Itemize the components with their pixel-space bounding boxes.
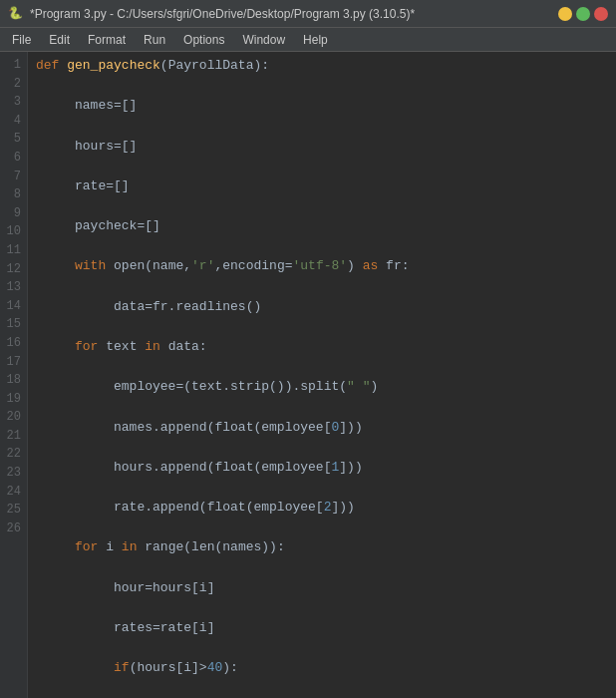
menu-window[interactable]: Window [234,31,293,49]
line-num-13: 13 [0,278,21,297]
line-num-18: 18 [0,371,21,390]
line-num-23: 23 [0,464,21,483]
code-line-12: rate.append(float(employee[2])) [36,498,608,518]
code-line-11: hours.append(float(employee[1])) [36,458,608,478]
app-icon: 🐍 [8,6,24,22]
title-bar: 🐍 *Program 3.py - C:/Users/sfgri/OneDriv… [0,0,616,28]
line-num-7: 7 [0,168,21,186]
minimize-button[interactable] [558,7,572,21]
code-line-6: with open(name,'r',encoding='utf-8') as … [36,256,608,276]
code-line-8: for text in data: [36,337,608,357]
menu-options[interactable]: Options [175,31,232,49]
code-editor[interactable]: def gen_paycheck(PayrollData): names=[] … [28,52,616,698]
line-num-24: 24 [0,483,21,502]
line-num-6: 6 [0,149,21,168]
line-num-2: 2 [0,75,21,94]
line-num-10: 10 [0,222,21,241]
window-controls [558,7,608,21]
line-num-8: 8 [0,185,21,204]
code-line-3: hours=[] [36,137,608,157]
line-num-5: 5 [0,130,21,149]
code-line-4: rate=[] [36,176,608,196]
line-num-19: 19 [0,390,21,409]
line-num-25: 25 [0,501,21,520]
code-line-10: names.append(float(employee[0])) [36,418,608,438]
code-line-9: employee=(text.strip()).split(" ") [36,377,608,397]
line-num-16: 16 [0,334,21,353]
line-num-1: 1 [0,56,21,75]
line-num-20: 20 [0,408,21,427]
line-num-14: 14 [0,297,21,316]
line-num-15: 15 [0,315,21,334]
code-line-5: paycheck=[] [36,216,608,236]
close-button[interactable] [594,7,608,21]
code-line-2: names=[] [36,96,608,116]
code-line-13: for i in range(len(names)): [36,537,608,557]
menu-run[interactable]: Run [136,31,173,49]
code-line-16: if(hours[i]>40): [36,658,608,678]
line-num-3: 3 [0,93,21,112]
menu-edit[interactable]: Edit [41,31,78,49]
menu-format[interactable]: Format [80,31,134,49]
line-num-11: 11 [0,241,21,260]
code-line-7: data=fr.readlines() [36,297,608,317]
menu-file[interactable]: File [4,31,39,49]
line-num-22: 22 [0,445,21,464]
menu-bar: File Edit Format Run Options Window Help [0,28,616,52]
line-num-21: 21 [0,427,21,446]
line-numbers: 1 2 3 4 5 6 7 8 9 10 11 12 13 14 15 16 1… [0,52,28,698]
code-line-14: hour=hours[i] [36,578,608,598]
line-num-9: 9 [0,204,21,223]
line-num-4: 4 [0,112,21,131]
code-line-15: rates=rate[i] [36,618,608,638]
line-num-26: 26 [0,520,21,538]
menu-help[interactable]: Help [295,31,336,49]
line-num-12: 12 [0,260,21,279]
code-line-1: def gen_paycheck(PayrollData): [36,56,608,76]
window-title: *Program 3.py - C:/Users/sfgri/OneDrive/… [30,7,558,21]
line-num-17: 17 [0,353,21,372]
maximize-button[interactable] [576,7,590,21]
editor: 1 2 3 4 5 6 7 8 9 10 11 12 13 14 15 16 1… [0,52,616,698]
